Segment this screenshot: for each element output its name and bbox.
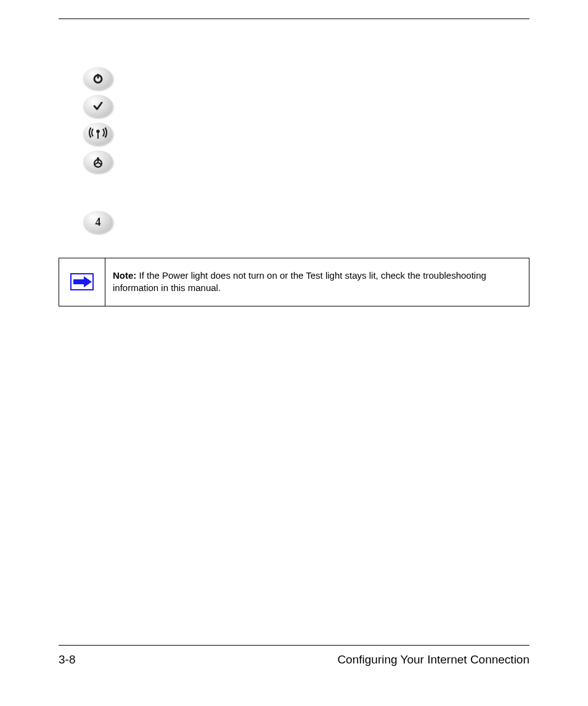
led-row-lan4: 4 LAN port LED bbox=[83, 211, 529, 233]
content-area: Power LED Test LED Wirele bbox=[59, 67, 529, 306]
header-rule bbox=[59, 18, 529, 19]
antenna-icon bbox=[83, 123, 113, 145]
footer: 3-8 Configuring Your Internet Connection bbox=[59, 653, 529, 667]
led-row-wireless: Wireless LED bbox=[83, 123, 529, 145]
number-4-icon: 4 bbox=[83, 211, 113, 233]
power-glyph bbox=[92, 72, 104, 84]
svg-rect-9 bbox=[73, 279, 84, 284]
note-label: Note: bbox=[113, 270, 136, 281]
page: Power LED Test LED Wirele bbox=[0, 0, 588, 706]
globe-glyph bbox=[91, 155, 105, 168]
footer-rule bbox=[59, 645, 529, 646]
globe-icon bbox=[83, 150, 113, 173]
note-icon-cell bbox=[59, 258, 105, 306]
section-title: Configuring Your Internet Connection bbox=[337, 653, 529, 667]
led-row-internet: Internet LED bbox=[83, 150, 529, 173]
note-box: Note: If the Power light does not turn o… bbox=[59, 258, 529, 306]
page-number: 3-8 bbox=[59, 653, 75, 667]
note-text: If the Power light does not turn on or t… bbox=[113, 270, 486, 293]
arrow-icon bbox=[70, 273, 94, 291]
svg-rect-3 bbox=[97, 132, 99, 139]
check-glyph bbox=[92, 100, 104, 112]
led-row-power: Power LED bbox=[83, 67, 529, 89]
badge-number: 4 bbox=[96, 216, 101, 229]
check-icon bbox=[83, 95, 113, 117]
led-row-test: Test LED bbox=[83, 95, 529, 117]
svg-rect-1 bbox=[97, 74, 99, 79]
note-body: Note: If the Power light does not turn o… bbox=[105, 258, 529, 306]
antenna-glyph bbox=[89, 127, 107, 141]
power-icon bbox=[83, 67, 113, 89]
